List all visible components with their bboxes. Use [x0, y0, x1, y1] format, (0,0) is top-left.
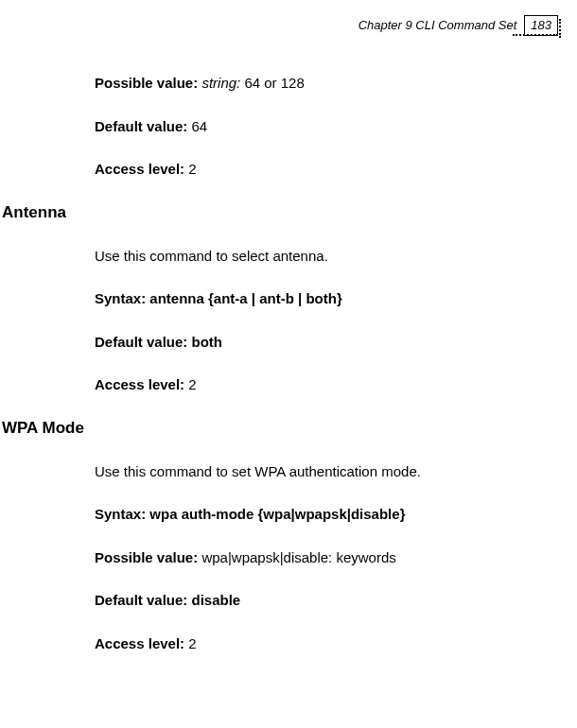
wpa-description: Use this command to set WPA authenticati…	[95, 462, 558, 481]
header-dotted-line	[513, 34, 558, 36]
antenna-access-level-line: Access level: 2	[95, 375, 558, 394]
default-value-label: Default value:	[95, 118, 192, 134]
access-level-value: 2	[188, 161, 196, 177]
default-value-text: 64	[192, 118, 208, 134]
antenna-syntax: Syntax: antenna {ant-a | ant-b | both}	[95, 289, 558, 308]
wpa-access-level-line: Access level: 2	[95, 634, 558, 653]
default-value-line: Default value: 64	[95, 117, 558, 136]
chapter-title: Chapter 9 CLI Command Set	[358, 15, 525, 36]
wpa-default: Default value: disable	[95, 591, 558, 610]
antenna-heading: Antenna	[2, 203, 577, 222]
access-level-label: Access level:	[95, 161, 188, 177]
possible-value-plain: 64 or 128	[244, 75, 304, 91]
antenna-access-level-label: Access level:	[95, 376, 188, 392]
possible-value-line: Possible value: string: 64 or 128	[95, 74, 558, 93]
page-content: Possible value: string: 64 or 128 Defaul…	[0, 74, 577, 677]
wpa-syntax: Syntax: wpa auth-mode {wpa|wpapsk|disabl…	[95, 505, 558, 524]
antenna-description: Use this command to select antenna.	[95, 247, 558, 266]
wpa-mode-heading: WPA Mode	[2, 419, 577, 438]
page-number: 183	[524, 15, 558, 36]
wpa-access-level-value: 2	[188, 635, 196, 651]
header-dotted-side	[559, 19, 561, 38]
antenna-default: Default value: both	[95, 333, 558, 352]
wpa-access-level-label: Access level:	[95, 635, 188, 651]
access-level-line: Access level: 2	[95, 160, 558, 179]
wpa-possible-value-text: wpa|wpapsk|disable: keywords	[201, 549, 395, 565]
wpa-possible-value-label: Possible value:	[95, 549, 201, 565]
wpa-possible-value-line: Possible value: wpa|wpapsk|disable: keyw…	[95, 548, 558, 567]
antenna-access-level-value: 2	[188, 376, 196, 392]
possible-value-label: Possible value:	[95, 75, 201, 91]
page-header: Chapter 9 CLI Command Set 183	[358, 15, 558, 36]
possible-value-italic: string:	[201, 75, 244, 91]
